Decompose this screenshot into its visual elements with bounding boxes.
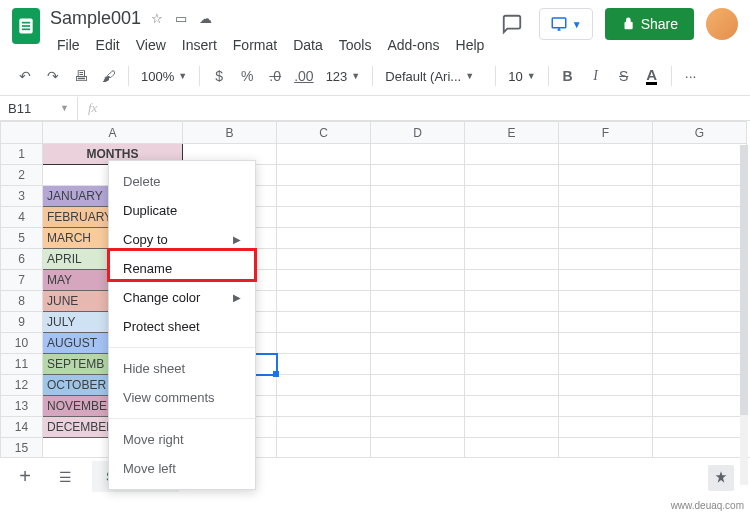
ctx-copy-to[interactable]: Copy to▶ <box>109 225 255 254</box>
bold-button[interactable]: B <box>555 63 581 89</box>
cell-e13[interactable] <box>465 396 559 417</box>
row-header-2[interactable]: 2 <box>1 165 43 186</box>
col-header-D[interactable]: D <box>371 122 465 144</box>
cell-d3[interactable] <box>371 186 465 207</box>
cell-d6[interactable] <box>371 249 465 270</box>
cell-f5[interactable] <box>559 228 653 249</box>
cell-e2[interactable] <box>465 165 559 186</box>
menu-tools[interactable]: Tools <box>332 33 379 57</box>
percent-button[interactable]: % <box>234 63 260 89</box>
cell-d15[interactable] <box>371 438 465 459</box>
cell-c5[interactable] <box>277 228 371 249</box>
cell-e6[interactable] <box>465 249 559 270</box>
col-header-C[interactable]: C <box>277 122 371 144</box>
italic-button[interactable]: I <box>583 63 609 89</box>
cell-g9[interactable] <box>653 312 747 333</box>
cell-e8[interactable] <box>465 291 559 312</box>
cell-f3[interactable] <box>559 186 653 207</box>
cell-e4[interactable] <box>465 207 559 228</box>
paint-format-button[interactable]: 🖌 <box>96 63 122 89</box>
cell-g15[interactable] <box>653 438 747 459</box>
cell-f12[interactable] <box>559 375 653 396</box>
cell-e15[interactable] <box>465 438 559 459</box>
menu-view[interactable]: View <box>129 33 173 57</box>
avatar[interactable] <box>706 8 738 40</box>
row-header-15[interactable]: 15 <box>1 438 43 459</box>
cell-d5[interactable] <box>371 228 465 249</box>
comments-icon[interactable] <box>497 9 527 39</box>
zoom-dropdown[interactable]: 100%▼ <box>135 69 193 84</box>
row-header-8[interactable]: 8 <box>1 291 43 312</box>
row-header-12[interactable]: 12 <box>1 375 43 396</box>
cell-d7[interactable] <box>371 270 465 291</box>
name-box[interactable]: B11▼ <box>0 97 78 120</box>
row-header-10[interactable]: 10 <box>1 333 43 354</box>
all-sheets-button[interactable]: ☰ <box>52 464 78 490</box>
vertical-scrollbar[interactable] <box>740 145 748 485</box>
cell-c7[interactable] <box>277 270 371 291</box>
font-dropdown[interactable]: Default (Ari...▼ <box>379 69 489 84</box>
cell-c3[interactable] <box>277 186 371 207</box>
row-header-9[interactable]: 9 <box>1 312 43 333</box>
cell-f7[interactable] <box>559 270 653 291</box>
print-button[interactable]: 🖶 <box>68 63 94 89</box>
cell-g10[interactable] <box>653 333 747 354</box>
cell-f1[interactable] <box>559 144 653 165</box>
cell-c13[interactable] <box>277 396 371 417</box>
increase-decimal-button[interactable]: .00 <box>290 63 317 89</box>
redo-button[interactable]: ↷ <box>40 63 66 89</box>
cell-g6[interactable] <box>653 249 747 270</box>
cell-c12[interactable] <box>277 375 371 396</box>
cell-d4[interactable] <box>371 207 465 228</box>
col-header-G[interactable]: G <box>653 122 747 144</box>
strike-button[interactable]: S <box>611 63 637 89</box>
cell-d12[interactable] <box>371 375 465 396</box>
cell-c10[interactable] <box>277 333 371 354</box>
cell-c6[interactable] <box>277 249 371 270</box>
cell-f6[interactable] <box>559 249 653 270</box>
cell-f4[interactable] <box>559 207 653 228</box>
cell-f9[interactable] <box>559 312 653 333</box>
cell-d10[interactable] <box>371 333 465 354</box>
undo-button[interactable]: ↶ <box>12 63 38 89</box>
cell-c2[interactable] <box>277 165 371 186</box>
row-header-14[interactable]: 14 <box>1 417 43 438</box>
share-button[interactable]: Share <box>605 8 694 40</box>
cell-e10[interactable] <box>465 333 559 354</box>
cell-g8[interactable] <box>653 291 747 312</box>
cell-f13[interactable] <box>559 396 653 417</box>
row-header-11[interactable]: 11 <box>1 354 43 375</box>
star-icon[interactable]: ☆ <box>151 11 163 26</box>
menu-help[interactable]: Help <box>449 33 492 57</box>
col-header-B[interactable]: B <box>183 122 277 144</box>
cell-f10[interactable] <box>559 333 653 354</box>
cell-d8[interactable] <box>371 291 465 312</box>
move-icon[interactable]: ▭ <box>175 11 187 26</box>
decrease-decimal-button[interactable]: .0 <box>262 63 288 89</box>
cell-g3[interactable] <box>653 186 747 207</box>
menu-edit[interactable]: Edit <box>89 33 127 57</box>
cell-f11[interactable] <box>559 354 653 375</box>
cell-c4[interactable] <box>277 207 371 228</box>
col-header-F[interactable]: F <box>559 122 653 144</box>
cell-c11[interactable] <box>277 354 371 375</box>
cell-g12[interactable] <box>653 375 747 396</box>
more-toolbar-button[interactable]: ··· <box>678 63 704 89</box>
cell-e11[interactable] <box>465 354 559 375</box>
cell-g5[interactable] <box>653 228 747 249</box>
menu-format[interactable]: Format <box>226 33 284 57</box>
cell-c15[interactable] <box>277 438 371 459</box>
cell-d11[interactable] <box>371 354 465 375</box>
cell-f14[interactable] <box>559 417 653 438</box>
ctx-protect-sheet[interactable]: Protect sheet <box>109 312 255 341</box>
cell-g11[interactable] <box>653 354 747 375</box>
cell-g13[interactable] <box>653 396 747 417</box>
row-header-3[interactable]: 3 <box>1 186 43 207</box>
menu-data[interactable]: Data <box>286 33 330 57</box>
row-header-5[interactable]: 5 <box>1 228 43 249</box>
cell-e12[interactable] <box>465 375 559 396</box>
text-color-button[interactable]: A <box>639 63 665 89</box>
cell-d9[interactable] <box>371 312 465 333</box>
col-header-E[interactable]: E <box>465 122 559 144</box>
menu-file[interactable]: File <box>50 33 87 57</box>
